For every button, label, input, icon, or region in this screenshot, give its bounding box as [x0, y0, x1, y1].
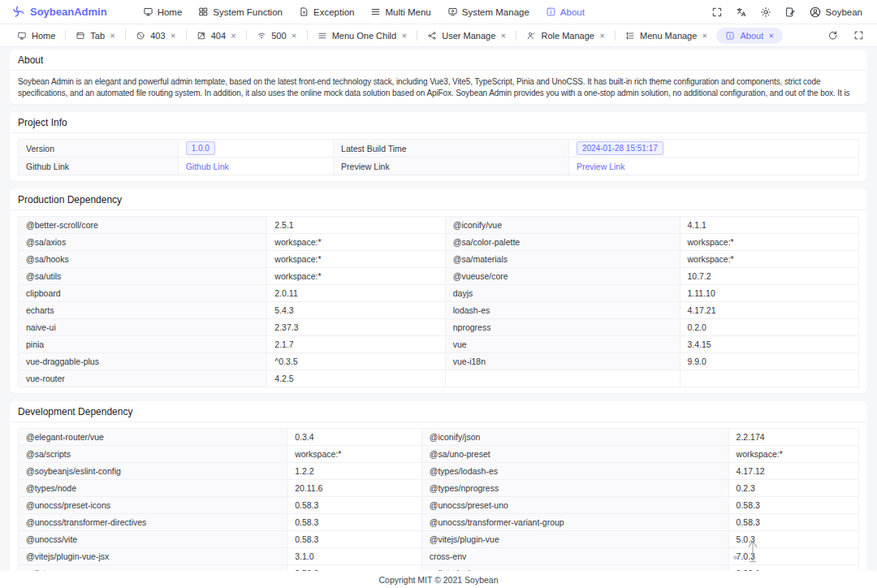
dep-version: 0.3.4 — [287, 429, 422, 446]
dep-name: dayjs — [445, 285, 680, 302]
tab-divider — [246, 30, 247, 41]
dep-name: @sa/scripts — [19, 446, 287, 463]
table-row: Github Link Github Link Preview Link Pre… — [19, 158, 859, 175]
nav-item-exception[interactable]: Exception — [291, 0, 363, 24]
ordered-list-icon — [625, 31, 635, 41]
nav-item-label: About — [560, 7, 585, 17]
tab-menu-one-child[interactable]: Menu One Child ✕ — [309, 28, 417, 44]
github-link[interactable]: Github Link — [186, 162, 229, 171]
monitor-icon — [17, 31, 27, 41]
tab-about[interactable]: About ✕ — [716, 28, 783, 44]
info-value: 2024-01-28 15:51:17 — [568, 140, 858, 158]
tab-divider — [615, 30, 616, 41]
dep-name: @vitejs/plugin-vue — [421, 531, 728, 548]
dep-version: 3.4.15 — [680, 336, 858, 353]
tab-home[interactable]: Home — [8, 28, 64, 44]
fullscreen-icon[interactable] — [848, 25, 869, 46]
dep-version: 0.2.3 — [728, 480, 858, 497]
dep-version: 5.0.3 — [728, 531, 858, 548]
dep-version — [680, 370, 858, 387]
production-dependency-title: Production Dependency — [10, 189, 867, 210]
close-icon[interactable]: ✕ — [231, 32, 236, 40]
dep-version: 0.58.3 — [728, 514, 858, 531]
tab-menu-manage[interactable]: Menu Manage ✕ — [616, 28, 716, 44]
nav-item-system-manage[interactable]: System Manage — [439, 0, 538, 24]
dep-name: naive-ui — [19, 319, 267, 336]
info-label: Version — [19, 140, 179, 158]
tab-label: Menu One Child — [332, 31, 397, 41]
monitor-icon — [143, 6, 153, 17]
close-icon[interactable]: ✕ — [110, 32, 115, 40]
dep-version: 4.1.1 — [680, 217, 858, 234]
dep-version: ^0.3.5 — [267, 353, 445, 370]
dep-name: @vueuse/core — [445, 268, 680, 285]
close-icon[interactable]: ✕ — [768, 32, 774, 40]
brand[interactable]: SoybeanAdmin — [11, 5, 107, 19]
close-icon[interactable]: ✕ — [599, 32, 605, 40]
project-info-card: Project Info Version 1.0.0 Latest Build … — [10, 112, 867, 181]
tab-role-manage[interactable]: Role Manage ✕ — [517, 28, 614, 44]
dep-version: 0.2.0 — [680, 319, 858, 336]
preview-link[interactable]: Preview Link — [577, 162, 625, 171]
app-header: SoybeanAdmin Home System Function Except… — [0, 0, 877, 24]
dep-version: 9.20.1 — [728, 565, 858, 572]
close-icon[interactable]: ✕ — [171, 32, 176, 40]
table-row: @unocss/transformer-directives0.58.3@uno… — [19, 514, 859, 531]
close-icon[interactable]: ✕ — [292, 32, 297, 40]
system-manage-icon — [447, 6, 458, 17]
nav-item-label: System Function — [213, 7, 283, 17]
dep-version: 8.56.0 — [287, 565, 422, 572]
dep-version: 0.58.3 — [287, 531, 422, 548]
translate-icon[interactable] — [731, 2, 752, 23]
tab-label: User Manage — [442, 31, 495, 41]
project-info-table: Version 1.0.0 Latest Build Time 2024-01-… — [18, 139, 859, 175]
dep-version: workspace:* — [267, 268, 445, 285]
dep-version: 4.17.21 — [680, 302, 858, 319]
tab-divider — [417, 30, 417, 41]
nav-item-label: System Manage — [462, 7, 529, 17]
dep-name: @unocss/vite — [19, 531, 287, 548]
development-dependency-table: @elegant-router/vue0.3.4@iconify/json2.2… — [18, 428, 859, 571]
menu-lines-icon — [370, 6, 381, 17]
refresh-icon[interactable] — [822, 25, 843, 46]
brand-title: SoybeanAdmin — [30, 6, 107, 18]
dep-name: @types/node — [19, 480, 287, 497]
close-icon[interactable]: ✕ — [702, 32, 707, 40]
info-label: Latest Build Time — [334, 140, 569, 158]
dep-name: @sa/color-palette — [445, 234, 680, 251]
close-icon[interactable]: ✕ — [401, 32, 407, 40]
about-card: About Soybean Admin is an elegant and po… — [10, 50, 867, 104]
tab-user-manage[interactable]: User Manage ✕ — [418, 28, 515, 44]
info-square-icon — [725, 31, 735, 41]
nav-item-home[interactable]: Home — [135, 0, 191, 24]
nav-item-about[interactable]: About — [538, 0, 593, 24]
info-label: Github Link — [19, 158, 179, 175]
close-icon[interactable]: ✕ — [500, 32, 506, 40]
nav-item-multi-menu[interactable]: Multi Menu — [362, 0, 438, 24]
dep-name: vue-i18n — [445, 353, 680, 370]
tab-404[interactable]: 404 ✕ — [188, 28, 245, 44]
tab-divider — [186, 30, 187, 41]
tab-label: 404 — [211, 31, 226, 41]
dep-name: echarts — [19, 302, 267, 319]
window-icon — [76, 31, 85, 41]
dep-name: vue-router — [19, 370, 267, 387]
dep-name: @better-scroll/core — [19, 217, 267, 234]
dep-name: lodash-es — [445, 302, 680, 319]
user-menu[interactable]: Soybean — [804, 6, 866, 19]
nav-item-system-function[interactable]: System Function — [190, 0, 291, 24]
build-time-tag: 2024-01-28 15:51:17 — [577, 141, 663, 155]
header-actions: Soybean — [706, 2, 866, 23]
forbidden-icon — [136, 31, 145, 41]
tabbar-actions — [822, 25, 869, 46]
sun-icon[interactable] — [755, 2, 776, 23]
fullscreen-icon[interactable] — [706, 2, 728, 23]
tab-500[interactable]: 500 ✕ — [248, 28, 305, 44]
dep-version: workspace:* — [267, 234, 445, 251]
user-name: Soybean — [826, 7, 862, 17]
production-dependency-card: Production Dependency @better-scroll/cor… — [10, 189, 867, 393]
app-footer: Copyright MIT © 2021 Soybean — [0, 571, 877, 588]
theme-doc-icon[interactable] — [780, 2, 801, 23]
tab-tab[interactable]: Tab ✕ — [67, 28, 124, 44]
tab-403[interactable]: 403 ✕ — [127, 28, 184, 44]
